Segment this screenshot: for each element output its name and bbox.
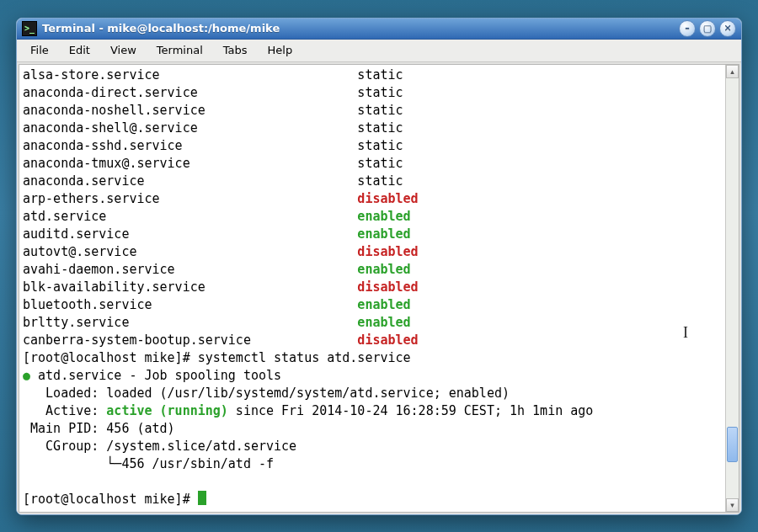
service-row: anaconda-noshell.service static [23, 103, 403, 118]
close-button[interactable]: ✕ [719, 20, 736, 37]
block-cursor [198, 491, 206, 505]
minimize-button[interactable]: – [679, 20, 696, 37]
service-row: alsa-store.service static [23, 67, 403, 82]
service-state: static [357, 155, 403, 173]
service-state: static [357, 120, 403, 137]
service-state: disabled [357, 190, 418, 208]
service-row: canberra-system-bootup.service disabled [23, 332, 419, 348]
active-line: Active: active (running) since Fri 2014-… [23, 403, 593, 418]
service-row: anaconda-shell@.service static [23, 120, 403, 136]
service-state: disabled [357, 332, 418, 349]
service-row: anaconda.service static [23, 173, 403, 189]
active-state: active (running) [106, 403, 228, 418]
maximize-button[interactable]: ▢ [699, 20, 716, 37]
menu-view[interactable]: View [102, 42, 145, 58]
unit-line: atd.service - Job spooling tools [38, 368, 281, 383]
menubar: FileEditViewTerminalTabsHelp [17, 40, 741, 62]
menu-terminal[interactable]: Terminal [148, 42, 211, 58]
service-state: enabled [357, 226, 410, 243]
status-dot-icon: ● [23, 368, 30, 383]
service-state: enabled [357, 296, 410, 314]
service-state: static [357, 173, 403, 190]
menu-help[interactable]: Help [259, 42, 302, 58]
service-row: anaconda-tmux@.service static [23, 156, 403, 171]
command-text: systemctl status atd.service [198, 350, 411, 365]
service-row: blk-availability.service disabled [23, 279, 419, 295]
service-row: autovt@.service disabled [23, 244, 419, 259]
service-state: enabled [357, 261, 410, 279]
menu-file[interactable]: File [22, 42, 57, 58]
service-row: anaconda-sshd.service static [23, 138, 403, 153]
cgroup-line: CGroup: /system.slice/atd.service [23, 439, 296, 454]
window-title: Terminal - mike@localhost:/home/mike [42, 22, 280, 35]
service-state: static [357, 137, 403, 155]
service-state: disabled [357, 279, 418, 296]
prompt: [root@localhost mike]# [23, 350, 198, 365]
scrollbar[interactable]: ▴ ▾ [725, 65, 739, 512]
service-row: bluetooth.service enabled [23, 297, 411, 312]
terminal-output[interactable]: alsa-store.service static anaconda-direc… [19, 65, 739, 512]
prompt: [root@localhost mike]# [23, 492, 198, 507]
main-pid-line: Main PID: 456 (atd) [23, 421, 175, 436]
cgroup-child-line: └─456 /usr/sbin/atd -f [23, 456, 274, 471]
terminal-app-icon: >_ [22, 21, 37, 36]
service-row: anaconda-direct.service static [23, 85, 403, 100]
service-state: static [357, 84, 403, 102]
titlebar[interactable]: >_ Terminal - mike@localhost:/home/mike … [17, 19, 741, 40]
service-state: enabled [357, 314, 410, 332]
scrollbar-thumb[interactable] [727, 427, 738, 462]
service-row: avahi-daemon.service enabled [23, 262, 411, 277]
service-row: atd.service enabled [23, 209, 411, 224]
terminal-window: >_ Terminal - mike@localhost:/home/mike … [16, 18, 742, 515]
service-state: static [357, 102, 403, 120]
service-state: enabled [357, 208, 410, 226]
service-row: arp-ethers.service disabled [23, 191, 419, 206]
menu-tabs[interactable]: Tabs [215, 42, 256, 58]
service-row: brltty.service enabled [23, 315, 411, 330]
menu-edit[interactable]: Edit [61, 42, 99, 58]
loaded-line: Loaded: loaded (/usr/lib/systemd/system/… [23, 386, 510, 401]
service-row: auditd.service enabled [23, 226, 411, 242]
service-state: static [357, 66, 403, 84]
scroll-up-button[interactable]: ▴ [726, 65, 739, 78]
service-state: disabled [357, 243, 418, 261]
scroll-down-button[interactable]: ▾ [726, 498, 739, 512]
